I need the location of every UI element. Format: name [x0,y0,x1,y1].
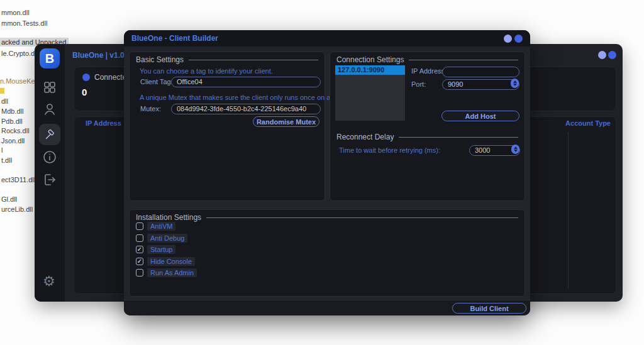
client-builder-window: BlueOne - Client Builder Basic Settings … [124,30,530,315]
builder-window-controls [504,35,523,43]
basic-settings-panel: Basic Settings You can choose a tag to i… [129,52,325,201]
client-tag-input[interactable] [171,77,321,87]
port-label: Port: [411,80,426,88]
file-list-item[interactable]: urceLib.dll [1,205,33,213]
install-option-label: Startup [147,245,175,254]
main-sidebar: B ⚙ [35,44,65,302]
randomise-mutex-button[interactable]: Randomise Mutex [253,116,319,127]
mutex-hint: A unique Mutex that makes sure the clien… [140,94,356,101]
port-spinner[interactable] [511,79,519,88]
installation-settings-header: Installation Settings [136,213,518,222]
main-window-controls [598,51,616,59]
install-option-label: Run As Admin [147,268,197,277]
builder-footer: Build Client [124,300,530,315]
logout-icon[interactable] [42,172,57,187]
column-header-account-type: Account Type [565,119,611,127]
file-list-item[interactable]: Rocks.dll [1,127,30,134]
connection-settings-panel: Connection Settings 127.0.0.1:9090 IP Ad… [330,52,525,201]
file-list-item[interactable]: le.Crypto.dll [1,50,38,57]
install-option-anti-debug[interactable]: Anti Debug [136,234,187,243]
window-control-close[interactable] [514,35,523,43]
host-list-item[interactable]: 127.0.0.1:9090 [335,65,405,75]
builder-window-title: BlueOne - Client Builder [131,34,218,43]
file-list-item[interactable]: dll [1,97,8,105]
file-list-item[interactable]: ect3D11.dll [1,176,35,183]
window-control-minimize[interactable] [504,35,512,43]
checkbox-unchecked-icon[interactable] [136,222,143,230]
connected-clients-count: 0 [82,87,87,97]
install-option-run-as-admin[interactable]: Run As Admin [136,268,197,277]
reconnect-delay-label: Time to wait before retrying (ms): [339,146,440,154]
column-header-ip-address: IP Address [86,119,121,127]
info-icon[interactable] [42,150,57,165]
checkbox-checked-icon[interactable]: ✓ [136,258,143,265]
checkbox-unchecked-icon[interactable] [136,269,143,277]
checkbox-unchecked-icon[interactable] [136,234,143,242]
install-option-hide-console[interactable]: ✓Hide Console [136,257,195,266]
table-column-divider [568,132,569,288]
install-option-label: Anti Debug [147,234,187,243]
mutex-label: Mutex: [140,105,161,112]
builder-hammer-icon[interactable] [39,124,60,145]
installation-settings-panel: Installation Settings AntiVMAnti Debug✓S… [129,209,525,297]
ip-address-label: IP Address: [411,67,447,75]
file-list-item[interactable]: Gl.dll [1,195,17,203]
install-option-label: Hide Console [147,257,195,266]
file-list-item[interactable]: mmon.dll [1,9,30,16]
mutex-input[interactable] [171,104,321,114]
file-list-item[interactable]: mmon.Tests.dll [1,19,47,27]
reconnect-delay-header: Reconnect Delay [336,133,518,141]
add-host-button[interactable]: Add Host [441,111,519,121]
clients-user-icon[interactable] [42,102,57,117]
file-list-item[interactable]: Pdb.dll [1,118,23,125]
client-tag-hint: You can choose a tag to identify your cl… [140,67,273,75]
window-control-minimize[interactable] [598,51,606,59]
ip-address-input[interactable] [442,67,519,77]
file-list-item[interactable]: l [1,146,3,154]
port-input[interactable] [442,79,519,90]
file-list-item[interactable]: t.dll [1,156,12,164]
window-control-close[interactable] [608,51,616,59]
install-option-startup[interactable]: ✓Startup [136,245,175,254]
client-tag-label: Client Tag: [140,78,173,85]
blueone-logo-icon: B [40,48,60,68]
connection-settings-header: Connection Settings [336,55,518,64]
build-client-button[interactable]: Build Client [452,303,526,314]
checkbox-checked-icon[interactable]: ✓ [136,246,143,253]
host-listbox[interactable]: 127.0.0.1:9090 [335,65,405,121]
file-list-item[interactable]: Json.dll [1,137,25,145]
file-fragment [0,88,4,94]
install-option-label: AntiVM [147,222,175,231]
dashboard-grid-icon[interactable] [42,80,57,95]
reconnect-delay-spinner[interactable] [511,145,519,154]
file-list-item[interactable]: Mdb.dll [1,107,23,115]
builder-titlebar[interactable]: BlueOne - Client Builder [124,30,530,47]
settings-gear-icon[interactable]: ⚙ [43,275,55,288]
basic-settings-header: Basic Settings [136,55,318,64]
install-option-antivm[interactable]: AntiVM [136,222,175,231]
status-dot-icon [82,74,90,81]
